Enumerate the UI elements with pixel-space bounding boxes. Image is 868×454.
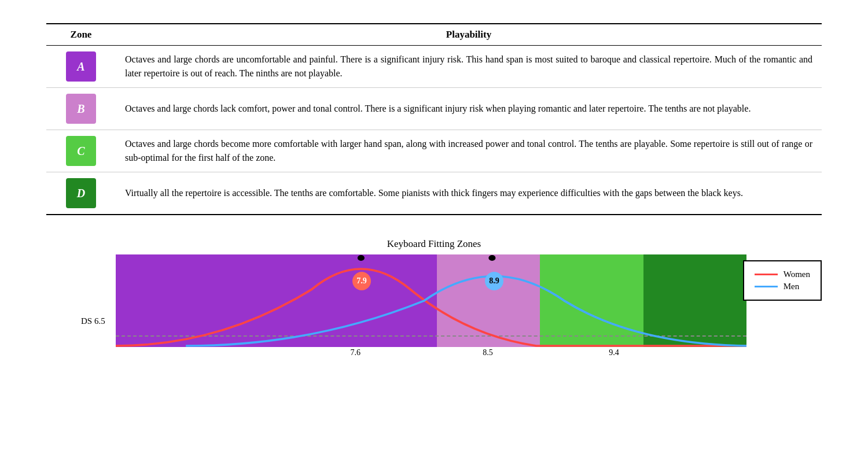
playability-text-c: Octaves and large chords become more com… (116, 130, 822, 172)
chart-y-label: DS 6.5 (81, 316, 105, 326)
legend-women-label: Women (784, 270, 810, 279)
zone-badge-c: C (66, 136, 96, 166)
legend-line-blue (755, 286, 778, 287)
zone-cell-c: C (46, 130, 116, 172)
table-row: BOctaves and large chords lack comfort, … (46, 88, 822, 130)
svg-point-0 (358, 255, 365, 261)
x-label-76: 7.6 (350, 348, 361, 357)
blue-peak-label: 8.9 (485, 272, 503, 290)
zone-cell-b: B (46, 88, 116, 130)
zone-badge-a: A (66, 51, 96, 82)
playability-text-b: Octaves and large chords lack comfort, p… (116, 88, 822, 130)
legend-men-label: Men (784, 282, 800, 291)
playability-text-d: Virtually all the repertoire is accessib… (116, 172, 822, 215)
legend-men: Men (755, 282, 810, 291)
legend-line-red (755, 274, 778, 275)
chart-container: DS 6.5 (46, 254, 822, 387)
zone-badge-d: D (66, 178, 96, 208)
col-header-playability: Playability (116, 24, 822, 46)
playability-text-a: Octaves and large chords are uncomfortab… (116, 46, 822, 88)
zone-cell-a: A (46, 46, 116, 88)
col-header-zone: Zone (46, 24, 116, 46)
chart-legend: Women Men (743, 260, 822, 301)
svg-point-1 (488, 255, 495, 261)
table-row: COctaves and large chords become more co… (46, 130, 822, 172)
x-label-94: 9.4 (609, 348, 619, 357)
x-label-85: 8.5 (483, 348, 493, 357)
legend-women: Women (755, 270, 810, 279)
red-peak-label: 7.9 (352, 272, 371, 290)
zone-cell-d: D (46, 172, 116, 215)
table-row: DVirtually all the repertoire is accessi… (46, 172, 822, 215)
table-row: AOctaves and large chords are uncomforta… (46, 46, 822, 88)
chart-title: Keyboard Fitting Zones (46, 238, 822, 250)
zone-playability-table: Zone Playability AOctaves and large chor… (46, 23, 822, 215)
chart-section: Keyboard Fitting Zones DS 6.5 (46, 238, 822, 387)
chart-svg (116, 254, 746, 347)
chart-inner: 7.6 8.5 9.4 7.9 8.9 (116, 254, 746, 382)
zone-badge-b: B (66, 94, 96, 124)
